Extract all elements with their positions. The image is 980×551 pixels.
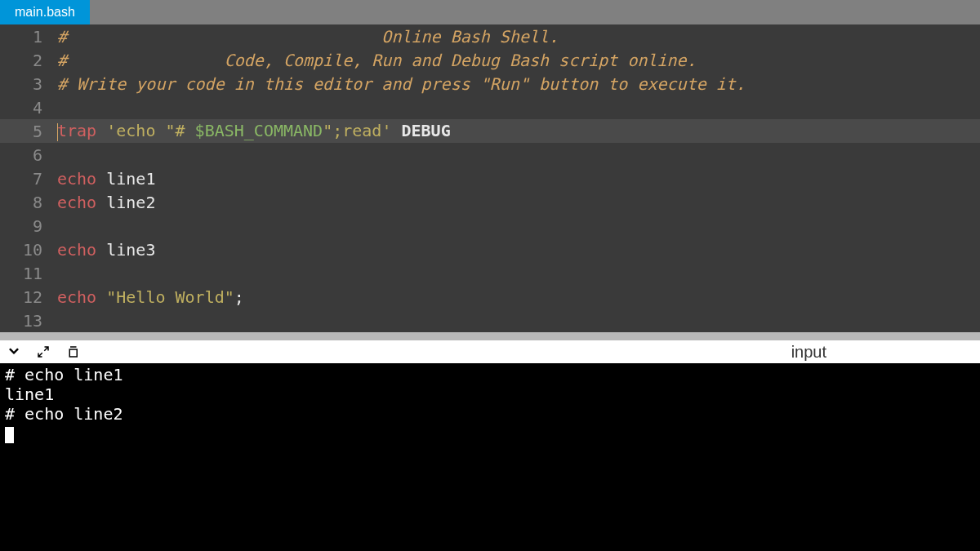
code-line[interactable]: 2# Code, Compile, Run and Debug Bash scr… xyxy=(0,48,980,72)
line-number: 1 xyxy=(0,27,57,47)
file-tab-label: main.bash xyxy=(15,5,75,20)
copy-icon[interactable] xyxy=(65,344,80,359)
terminal-toolbar-left xyxy=(7,344,80,359)
terminal-cursor xyxy=(5,427,14,443)
code-content: echo "Hello World"; xyxy=(57,287,244,307)
terminal-line: line1 xyxy=(5,384,975,404)
line-number: 11 xyxy=(0,264,57,283)
code-line[interactable]: 3# Write your code in this editor and pr… xyxy=(0,72,980,96)
code-content: # Online Bash Shell. xyxy=(57,27,559,47)
code-line[interactable]: 13 xyxy=(0,309,980,332)
code-line[interactable]: 1# Online Bash Shell. xyxy=(0,24,980,48)
terminal-input-label: input xyxy=(791,343,973,362)
code-line[interactable]: 6 xyxy=(0,143,980,167)
line-number: 7 xyxy=(0,169,57,189)
line-number: 12 xyxy=(0,287,57,307)
line-number: 13 xyxy=(0,311,57,331)
terminal-output[interactable]: # echo line1line1# echo line2 xyxy=(0,363,980,551)
code-line[interactable]: 7echo line1 xyxy=(0,167,980,190)
code-editor[interactable]: 1# Online Bash Shell.2# Code, Compile, R… xyxy=(0,24,980,332)
terminal-toolbar: input xyxy=(0,340,980,363)
code-content: echo line2 xyxy=(57,193,155,212)
line-number: 2 xyxy=(0,51,57,70)
tab-bar: main.bash xyxy=(0,0,980,24)
code-line[interactable]: 11 xyxy=(0,261,980,285)
chevron-down-icon[interactable] xyxy=(7,344,21,359)
line-number: 3 xyxy=(0,74,57,94)
line-number: 8 xyxy=(0,193,57,212)
code-content: trap 'echo "# $BASH_COMMAND";read' DEBUG xyxy=(57,121,451,141)
code-line[interactable]: 4 xyxy=(0,96,980,119)
code-line[interactable]: 5trap 'echo "# $BASH_COMMAND";read' DEBU… xyxy=(0,119,980,143)
code-line[interactable]: 9 xyxy=(0,214,980,238)
code-content: # Write your code in this editor and pre… xyxy=(57,74,746,94)
expand-icon[interactable] xyxy=(36,344,51,359)
line-number: 4 xyxy=(0,98,57,118)
code-content: echo line3 xyxy=(57,240,155,260)
terminal-line: # echo line2 xyxy=(5,404,975,424)
code-content: echo line1 xyxy=(57,169,155,189)
code-line[interactable]: 8echo line2 xyxy=(0,190,980,214)
line-number: 10 xyxy=(0,240,57,260)
code-content: # Code, Compile, Run and Debug Bash scri… xyxy=(57,51,697,70)
pane-splitter[interactable] xyxy=(0,332,980,340)
line-number: 9 xyxy=(0,216,57,236)
code-line[interactable]: 10echo line3 xyxy=(0,238,980,261)
line-number: 6 xyxy=(0,145,57,165)
line-number: 5 xyxy=(0,122,57,141)
code-line[interactable]: 12echo "Hello World"; xyxy=(0,285,980,309)
terminal-line: # echo line1 xyxy=(5,365,975,384)
file-tab[interactable]: main.bash xyxy=(0,0,90,24)
